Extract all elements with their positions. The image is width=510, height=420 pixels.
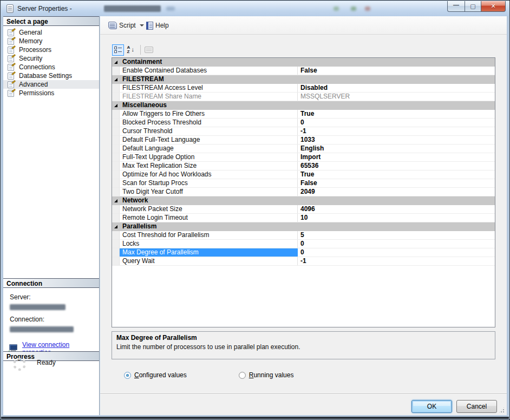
grid-row-label[interactable]: Cost Threshold for Parallelism (120, 231, 298, 239)
grid-row-value[interactable]: -1 (298, 127, 495, 135)
grid-row-label[interactable]: Default Language (120, 145, 298, 153)
grid-row-label[interactable]: Allow Triggers to Fire Others (120, 110, 298, 118)
grid-category-row[interactable]: Parallelism (112, 222, 495, 231)
redacted-artifact (365, 6, 370, 11)
grid-row-value[interactable]: Disabled (298, 84, 495, 92)
grid-row[interactable]: Max Degree of Parallelism 0 (112, 248, 495, 257)
grid-row-label[interactable]: Network Packet Size (120, 205, 298, 213)
script-button-label: Script (119, 22, 136, 29)
grid-row-value[interactable]: English (298, 145, 495, 153)
grid-row[interactable]: Locks 0 (112, 240, 495, 248)
categorized-button[interactable] (112, 44, 124, 56)
grid-row-value[interactable]: 1033 (298, 136, 495, 144)
ok-button[interactable]: OK (411, 400, 452, 413)
maximize-button[interactable]: ▢ (465, 1, 481, 12)
grid-row-label[interactable]: Max Degree of Parallelism (120, 248, 298, 257)
grid-row[interactable]: Network Packet Size 4096 (112, 205, 495, 214)
grid-row-value[interactable]: 0 (298, 119, 495, 127)
sidebar-page-item[interactable]: General (3, 28, 99, 37)
script-button[interactable]: Script (104, 19, 148, 32)
cancel-button[interactable]: Cancel (456, 400, 497, 413)
grid-row-label[interactable]: Query Wait (120, 257, 298, 265)
help-button[interactable]: Help (142, 19, 173, 32)
grid-category-row[interactable]: Containment (112, 58, 495, 67)
expand-triangle-icon[interactable] (114, 78, 117, 81)
grid-row[interactable]: Cursor Threshold -1 (112, 127, 495, 136)
categorized-icon (114, 47, 122, 54)
grid-row-value[interactable]: True (298, 170, 495, 179)
sidebar-page-item[interactable]: Processors (3, 45, 99, 54)
expand-triangle-icon[interactable] (114, 61, 117, 64)
expand-triangle-icon[interactable] (114, 104, 117, 107)
sidebar-page-item[interactable]: Advanced (3, 80, 99, 89)
grid-row-label[interactable]: Optimize for Ad hoc Workloads (120, 170, 298, 179)
grid-category-row[interactable]: Miscellaneous (112, 101, 495, 110)
grid-row[interactable]: Query Wait -1 (112, 257, 495, 266)
grid-row[interactable]: Full-Text Upgrade Option Import (112, 153, 495, 162)
grid-category-row[interactable]: Network (112, 196, 495, 205)
grid-row-value[interactable]: 0 (298, 240, 495, 248)
window-border-bottom (1, 415, 509, 419)
grid-row[interactable]: Remote Login Timeout 10 (112, 214, 495, 222)
grid-row-label[interactable]: Enable Contained Databases (120, 67, 298, 75)
grid-row-label[interactable]: Scan for Startup Procs (120, 179, 298, 187)
grid-row-value[interactable]: False (298, 179, 495, 187)
grid-row-label[interactable]: Two Digit Year Cutoff (120, 188, 298, 196)
grid-row-label[interactable]: Locks (120, 240, 298, 248)
grid-row[interactable]: Max Text Replication Size 65536 (112, 162, 495, 170)
radio-icon[interactable] (124, 372, 131, 379)
close-icon: ✕ (491, 3, 495, 10)
radio-icon[interactable] (239, 372, 246, 379)
grid-row[interactable]: Cost Threshold for Parallelism 5 (112, 231, 495, 240)
expand-triangle-icon[interactable] (114, 225, 117, 228)
grid-row[interactable]: Optimize for Ad hoc Workloads True (112, 170, 495, 179)
grid-row[interactable]: FILESTREAM Access Level Disabled (112, 84, 495, 93)
sidebar-page-item[interactable]: Memory (3, 37, 99, 45)
sidebar-page-item[interactable]: Database Settings (3, 71, 99, 80)
grid-row-label[interactable]: FILESTREAM Share Name (120, 93, 298, 101)
grid-row-value[interactable]: 5 (298, 231, 495, 239)
sidebar-page-item[interactable]: Security (3, 54, 99, 63)
grid-row-label[interactable]: FILESTREAM Access Level (120, 84, 298, 92)
grid-row[interactable]: Two Digit Year Cutoff 2049 (112, 188, 495, 196)
grid-row-value[interactable]: 4096 (298, 205, 495, 213)
grid-row[interactable]: Enable Contained Databases False (112, 67, 495, 75)
sidebar-page-item[interactable]: Connections (3, 63, 99, 71)
grid-row[interactable]: Blocked Process Threshold 0 (112, 119, 495, 127)
grid-row[interactable]: FILESTREAM Share Name MSSQLSERVER (112, 93, 495, 101)
grid-row-label[interactable]: Remote Login Timeout (120, 214, 298, 222)
grid-row-value[interactable]: 65536 (298, 162, 495, 170)
grid-row-value[interactable]: True (298, 110, 495, 118)
sidebar-page-label: General (16, 29, 42, 36)
title-bar[interactable]: Server Properties - — ▢ ✕ (1, 1, 510, 16)
resize-grip[interactable] (498, 406, 505, 414)
grid-row-label[interactable]: Cursor Threshold (120, 127, 298, 135)
alphabetical-sort-button[interactable]: AZ↓ (125, 44, 137, 56)
close-button[interactable]: ✕ (481, 1, 506, 12)
grid-row-value[interactable]: 10 (298, 214, 495, 222)
expand-triangle-icon[interactable] (114, 199, 117, 202)
grid-row-label[interactable]: Blocked Process Threshold (120, 119, 298, 127)
radio-option[interactable]: Running values (239, 371, 294, 379)
grid-row[interactable]: Allow Triggers to Fire Others True (112, 110, 495, 119)
grid-row-label[interactable]: Full-Text Upgrade Option (120, 153, 298, 161)
radio-label: Running values (249, 371, 294, 379)
grid-row-value[interactable]: 0 (298, 248, 495, 257)
grid-row[interactable]: Scan for Startup Procs False (112, 179, 495, 188)
grid-row-value[interactable]: -1 (298, 257, 495, 265)
grid-row-value[interactable]: Import (298, 153, 495, 161)
grid-row-value[interactable]: False (298, 67, 495, 75)
grid-row-label[interactable]: Max Text Replication Size (120, 162, 298, 170)
spinner-icon (13, 358, 26, 371)
minimize-button[interactable]: — (447, 1, 465, 12)
grid-row[interactable]: Default Full-Text Language 1033 (112, 136, 495, 145)
description-text: Limit the number of processors to use in… (116, 343, 491, 351)
grid-row-value[interactable]: 2049 (298, 188, 495, 196)
grid-row-label[interactable]: Default Full-Text Language (120, 136, 298, 144)
sidebar-page-item[interactable]: Permissions (3, 89, 99, 97)
description-panel: Max Degree of Parallelism Limit the numb… (112, 331, 495, 359)
grid-row[interactable]: Default Language English (112, 145, 495, 153)
grid-row-value[interactable]: MSSQLSERVER (298, 93, 495, 101)
grid-category-row[interactable]: FILESTREAM (112, 75, 495, 84)
radio-option[interactable]: Configured values (124, 371, 187, 379)
